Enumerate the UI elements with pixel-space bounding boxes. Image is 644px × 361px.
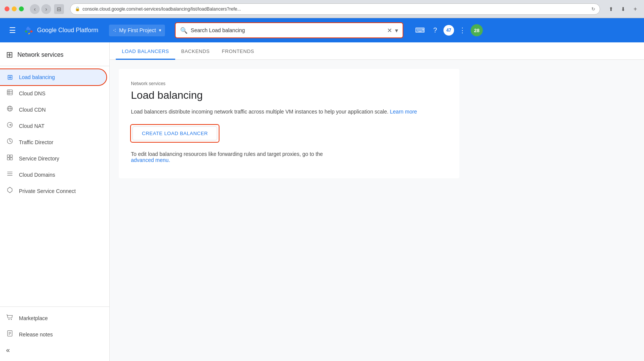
main-area: ⊞ Network services ⊞ Load balancing Clou…	[0, 42, 644, 361]
load-balancing-icon: ⊞	[6, 73, 14, 81]
sidebar-item-label: Cloud NAT	[19, 123, 44, 129]
traffic-director-icon	[6, 138, 14, 146]
app: ☰ Google Cloud Platform ⁖ My First Proje…	[0, 18, 644, 361]
sidebar-item-label: Service Directory	[19, 156, 59, 162]
notification-badge[interactable]: 47	[443, 25, 454, 36]
search-input[interactable]: Search Load balancing	[191, 27, 384, 33]
project-selector[interactable]: ⁖ My First Project ▾	[109, 25, 165, 36]
new-tab-button[interactable]: +	[631, 5, 639, 13]
security-lock-icon: 🔒	[75, 6, 80, 11]
sidebar-item-label: Cloud DNS	[19, 90, 45, 96]
sidebar-toggle-button[interactable]: ⊟	[54, 4, 64, 14]
service-directory-icon	[6, 154, 14, 163]
avatar[interactable]: 28	[471, 24, 483, 36]
tab-backends[interactable]: BACKENDS	[175, 42, 216, 60]
advanced-menu-link[interactable]: advanced menu.	[131, 157, 170, 163]
traffic-lights	[5, 6, 24, 11]
page-description: Load balancers distribute incoming netwo…	[131, 107, 447, 116]
browser-navigation: ‹ ›	[30, 4, 51, 14]
tab-frontends[interactable]: FRONTENDS	[216, 42, 260, 60]
cloud-nat-icon	[6, 121, 14, 130]
sidebar: ⊞ Network services ⊞ Load balancing Clou…	[0, 42, 110, 361]
sidebar-item-label: Cloud Domains	[19, 172, 55, 178]
sidebar-item-label: Private Service Connect	[19, 188, 76, 194]
project-icon: ⁖	[113, 27, 116, 34]
cloud-domains-icon	[6, 170, 14, 179]
svg-point-17	[11, 319, 12, 320]
project-name: My First Project	[119, 27, 156, 33]
project-chevron-icon: ▾	[159, 28, 161, 33]
page-content: Network services Load balancing Load bal…	[110, 60, 644, 361]
sidebar-item-load-balancing[interactable]: ⊞ Load balancing	[0, 69, 106, 85]
sidebar-item-private-service-connect[interactable]: Private Service Connect	[0, 183, 106, 199]
search-icon: 🔍	[180, 27, 188, 34]
release-notes-icon	[6, 330, 14, 339]
forward-button[interactable]: ›	[41, 4, 51, 14]
cloud-cdn-icon	[6, 105, 14, 114]
tabs-bar: LOAD BALANCERS BACKENDS FRONTENDS	[110, 42, 644, 60]
sidebar-item-cloud-domains[interactable]: Cloud Domains	[0, 166, 106, 183]
advanced-description: To edit load balancing resources like fo…	[131, 151, 447, 163]
svg-rect-0	[7, 90, 12, 95]
app-logo: Google Cloud Platform	[23, 25, 98, 36]
sidebar-item-label: Load balancing	[19, 74, 55, 80]
help-icon[interactable]: ?	[428, 23, 442, 37]
reload-icon[interactable]: ↻	[591, 6, 595, 12]
sidebar-item-cloud-dns[interactable]: Cloud DNS	[0, 85, 106, 101]
more-options-icon[interactable]: ⋮	[456, 23, 469, 37]
maximize-button[interactable]	[19, 6, 24, 11]
download-icon[interactable]: ⬇	[618, 4, 628, 14]
hamburger-menu-icon[interactable]: ☰	[6, 23, 19, 38]
sidebar-item-label: Traffic Director	[19, 139, 53, 145]
cloud-dns-icon	[6, 89, 14, 98]
sidebar-title: Network services	[17, 51, 64, 58]
browser-actions: ⬆ ⬇	[606, 4, 628, 14]
search-clear-icon[interactable]: ✕	[387, 27, 392, 34]
sidebar-item-marketplace[interactable]: Marketplace	[0, 310, 106, 326]
back-button[interactable]: ‹	[30, 4, 40, 14]
sidebar-collapse-button[interactable]: «	[0, 342, 109, 358]
url-text: console.cloud.google.com/net-services/lo…	[82, 6, 241, 12]
browser-chrome: ‹ › ⊟ 🔒 console.cloud.google.com/net-ser…	[0, 0, 644, 18]
page-title: Load balancing	[131, 89, 447, 101]
url-bar[interactable]: 🔒 console.cloud.google.com/net-services/…	[70, 3, 600, 15]
learn-more-link[interactable]: Learn more	[390, 109, 417, 115]
svg-rect-10	[10, 155, 12, 157]
close-button[interactable]	[5, 6, 9, 11]
sidebar-nav: ⊞ Load balancing Cloud DNS Cloud CDN	[0, 66, 109, 307]
sidebar-item-label: Release notes	[19, 331, 53, 338]
svg-rect-12	[10, 158, 12, 160]
content-card: Network services Load balancing Load bal…	[119, 69, 459, 178]
search-bar[interactable]: 🔍 Search Load balancing ✕ ▾	[176, 23, 403, 37]
sidebar-item-label: Marketplace	[19, 315, 48, 321]
sidebar-item-service-directory[interactable]: Service Directory	[0, 150, 106, 166]
svg-rect-11	[7, 158, 9, 160]
marketplace-icon	[6, 314, 14, 322]
cloud-shell-icon[interactable]: ⌨	[413, 23, 427, 37]
sidebar-item-cloud-nat[interactable]: Cloud NAT	[0, 118, 106, 134]
network-services-icon: ⊞	[6, 50, 13, 60]
topbar: ☰ Google Cloud Platform ⁖ My First Proje…	[0, 18, 644, 42]
svg-point-16	[9, 319, 9, 320]
private-service-connect-icon	[6, 187, 14, 195]
share-icon[interactable]: ⬆	[606, 4, 616, 14]
content-area: LOAD BALANCERS BACKENDS FRONTENDS Networ…	[110, 42, 644, 361]
breadcrumb: Network services	[131, 81, 447, 86]
app-name: Google Cloud Platform	[37, 27, 98, 34]
sidebar-item-traffic-director[interactable]: Traffic Director	[0, 134, 106, 150]
sidebar-bottom: Marketplace Release notes «	[0, 307, 109, 361]
svg-rect-9	[7, 155, 9, 157]
sidebar-item-cloud-cdn[interactable]: Cloud CDN	[0, 101, 106, 118]
sidebar-header: ⊞ Network services	[0, 42, 109, 66]
create-button-wrapper: CREATE LOAD BALANCER	[131, 125, 219, 142]
google-cloud-logo-icon	[23, 25, 34, 36]
create-load-balancer-button[interactable]: CREATE LOAD BALANCER	[132, 126, 217, 140]
search-expand-icon[interactable]: ▾	[395, 27, 398, 34]
sidebar-item-release-notes[interactable]: Release notes	[0, 326, 106, 342]
minimize-button[interactable]	[12, 6, 17, 11]
topbar-actions: ⌨ ? 47 ⋮ 28	[413, 23, 483, 37]
tab-load-balancers[interactable]: LOAD BALANCERS	[116, 42, 175, 60]
sidebar-item-label: Cloud CDN	[19, 107, 46, 113]
